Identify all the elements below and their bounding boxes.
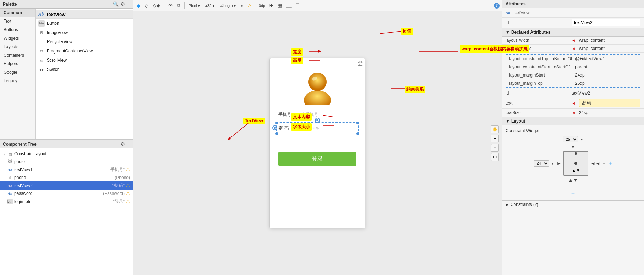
- layout-section-title: Layout: [511, 119, 525, 124]
- toolbar-both-mode[interactable]: ◇◆: [152, 2, 162, 9]
- login-button[interactable]: 登录: [278, 152, 356, 166]
- toolbar-guidelines-icon[interactable]: ⎴: [295, 2, 300, 9]
- fit-screen-btn[interactable]: 1:1: [491, 153, 499, 161]
- cw-center-dot: [574, 162, 577, 165]
- decl-marginstart-value: 24dp: [575, 73, 585, 78]
- height-arrow: ◄: [572, 46, 575, 51]
- sidebar-item-legacy[interactable]: Legacy: [0, 77, 35, 85]
- sidebar-item-widgets[interactable]: Widgets: [0, 34, 35, 43]
- palette-item-label-scrollview: ScrollView: [47, 58, 67, 63]
- palette-selected-item[interactable]: Ab TextView: [36, 10, 133, 19]
- search-icon[interactable]: 🔍: [113, 1, 119, 7]
- toolbar-design-mode[interactable]: ◆: [135, 2, 142, 9]
- decl-start-label: layout_constraintStart_toStartOf: [509, 64, 573, 69]
- declared-margin-start: layout_marginStart 24dp: [506, 71, 640, 79]
- ct-item-password[interactable]: Ab password (Password) ⚠: [0, 190, 133, 197]
- sidebar-item-buttons[interactable]: Buttons: [0, 26, 35, 34]
- ct-password-sublabel: (Password): [103, 191, 125, 196]
- ct-textview1-sublabel: "手机号": [109, 167, 125, 173]
- ab-icon-attr: Ab: [506, 11, 510, 15]
- ct-gear-icon[interactable]: ⚙: [121, 141, 125, 147]
- scrollview-icon: ▭: [38, 57, 45, 63]
- ct-textview2-label: textView2: [14, 183, 109, 188]
- palette-categories: Common Text Buttons Widgets Layouts Cont…: [0, 9, 36, 139]
- constraint-widget-label: Constraint Widget: [506, 128, 640, 133]
- svg-point-0: [304, 90, 331, 105]
- palette-item-label-button: Button: [47, 21, 59, 26]
- toolbar-help-icon[interactable]: ?: [494, 3, 500, 9]
- palette-item-recyclerview[interactable]: ☷ RecyclerView: [36, 37, 133, 46]
- sidebar-item-text[interactable]: Text: [0, 17, 35, 26]
- zoom-out-btn[interactable]: −: [491, 144, 499, 152]
- gear-icon[interactable]: ⚙: [121, 1, 125, 7]
- attr-text-value[interactable]: 密 码: [579, 99, 640, 107]
- sidebar-item-containers[interactable]: Containers: [0, 51, 35, 60]
- declared-attributes-header[interactable]: ▼ Declared Attributes: [502, 28, 644, 37]
- sidebar-item-common[interactable]: Common: [0, 9, 35, 17]
- sidebar-item-google[interactable]: Google: [0, 68, 35, 77]
- pixel-label: Pixel: [189, 4, 197, 8]
- cw-left-arrow: ►: [556, 161, 561, 166]
- declared-margin-top: layout_marginTop 25dp: [506, 79, 640, 87]
- toolbar-pixel-select[interactable]: Pixel ▼: [187, 3, 202, 9]
- cw-top-value[interactable]: 25: [563, 136, 578, 142]
- toolbar-more-btn[interactable]: »: [240, 3, 245, 9]
- sidebar-item-helpers[interactable]: Helpers: [0, 60, 35, 68]
- palette-item-switch[interactable]: ●● Switch: [36, 65, 133, 74]
- sidebar-item-layouts[interactable]: Layouts: [0, 43, 35, 51]
- palette-item-imageview[interactable]: 🖼 ImageView: [36, 28, 133, 37]
- ct-textview1-icon: Ab: [7, 167, 13, 173]
- palette-item-scrollview[interactable]: ▭ ScrollView: [36, 56, 133, 65]
- toolbar-zoom-select[interactable]: ▴ 32 ▼: [204, 2, 217, 9]
- ct-loginbtn-warning: ⚠: [126, 199, 130, 204]
- cw-right-plus[interactable]: +: [609, 160, 613, 167]
- ct-textview2-warning: ⚠: [126, 183, 130, 188]
- ct-textview1-label: textView1: [14, 167, 106, 172]
- palette-item-label-switch: Switch: [47, 67, 59, 72]
- ct-item-constraintlayout[interactable]: ↳ ▤ ConstraintLayout: [0, 150, 133, 158]
- cw-dropdown-left[interactable]: ▼: [551, 162, 555, 165]
- toolbar-constraint-icon[interactable]: ✠: [268, 2, 275, 9]
- cw-left-value[interactable]: 24: [534, 160, 549, 167]
- ct-phone-icon: ⎙: [7, 175, 13, 180]
- palette-header: Palette 🔍 ⚙ −: [0, 0, 133, 9]
- toolbar-chains-icon[interactable]: ⎯⎯: [285, 2, 293, 9]
- handle-br: [356, 132, 359, 135]
- constraints-section[interactable]: ► Constraints (2): [502, 200, 644, 208]
- cw-inner-top-dot: [575, 152, 577, 155]
- cw-dropdown-top[interactable]: ▼: [580, 138, 584, 141]
- toolbar-margin-input[interactable]: 0dp: [257, 3, 267, 9]
- palette-item-button[interactable]: btn Button: [36, 19, 133, 28]
- toolbar-login-select[interactable]: ☑ Login ▼: [218, 2, 238, 9]
- constraints-label: Constraints (2): [511, 202, 539, 207]
- toolbar-align-icon[interactable]: ▦: [276, 2, 283, 9]
- attr-layout-width-row: layout_width ◄ wrap_content: [502, 37, 644, 45]
- layout-section-header[interactable]: ▼ Layout: [502, 117, 644, 125]
- ct-item-textview1[interactable]: Ab textView1 "手机号" ⚠: [0, 165, 133, 174]
- cw-bottom-plus[interactable]: +: [571, 190, 575, 197]
- ct-item-photo[interactable]: 🖼 photo: [0, 158, 133, 165]
- zoom-in-btn[interactable]: +: [491, 135, 499, 142]
- palette-item-label-imageview: ImageView: [47, 30, 68, 35]
- design-canvas: ⛱: [133, 11, 502, 275]
- ct-item-phone[interactable]: ⎙ phone (Phone): [0, 174, 133, 181]
- ct-item-login-btn[interactable]: btn login_btn "登录" ⚠: [0, 197, 133, 206]
- toolbar-cursor-icon[interactable]: ⧉: [176, 2, 182, 9]
- decl-top-value: @+id/textView1: [575, 56, 605, 61]
- ct-textview1-warning: ⚠: [126, 167, 130, 172]
- ct-item-textview2[interactable]: Ab textView2 "密 码" ⚠: [0, 181, 133, 190]
- palette-item-fragmentcontainerview[interactable]: □ FragmentContainerView: [36, 46, 133, 56]
- ct-loginbtn-icon: btn: [7, 199, 13, 204]
- toolbar-eye-icon[interactable]: 👁: [167, 2, 174, 9]
- attr-id-input[interactable]: [572, 19, 640, 26]
- toolbar-sep1: [164, 2, 164, 9]
- attr-layout-height-label: layout_height: [506, 46, 569, 51]
- hand-tool[interactable]: ✋: [491, 125, 499, 133]
- toolbar-blueprint-mode[interactable]: ◇: [143, 2, 150, 9]
- ct-phone-label: phone: [14, 175, 112, 180]
- minimize-icon[interactable]: −: [127, 1, 130, 7]
- toolbar: ◆ ◇ ◇◆ 👁 ⧉ Pixel ▼ ▴ 32 ▼ ☑ Login ▼ » ⚠: [133, 0, 502, 11]
- palette-header-actions: 🔍 ⚙ −: [113, 1, 130, 7]
- password-input-field[interactable]: 密 码 不超过10个字符: [278, 124, 356, 133]
- ct-minimize-icon[interactable]: −: [127, 141, 130, 147]
